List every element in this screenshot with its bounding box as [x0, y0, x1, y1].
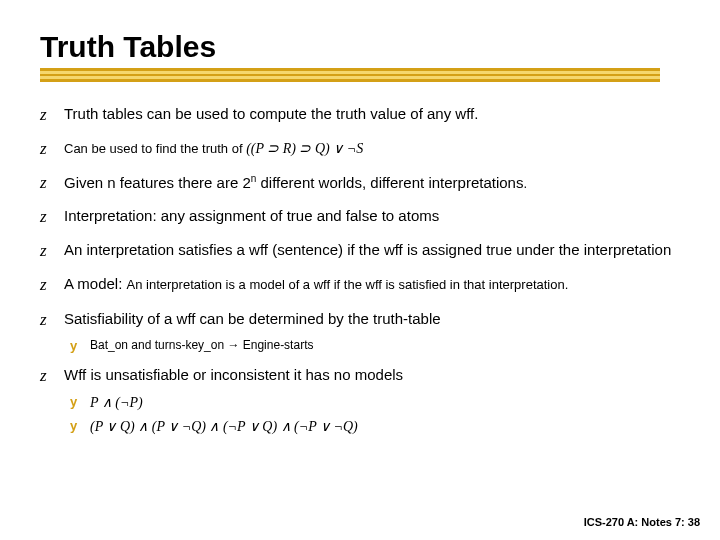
list-item: z Satisfiability of a wff can be determi… — [40, 309, 680, 331]
y-bullet-icon: y — [70, 337, 82, 355]
list-item: z Interpretation: any assignment of true… — [40, 206, 680, 228]
formula: ((P ⊃ R) ⊃ Q) ∨ ¬S — [246, 141, 363, 156]
z-bullet-icon: z — [40, 104, 54, 126]
item-text: A model: An interpretation is a model of… — [64, 274, 680, 294]
z-bullet-icon: z — [40, 206, 54, 228]
formula: (P ∨ Q) ∧ (P ∨ ¬Q) ∧ (¬P ∨ Q) ∧ (¬P ∨ ¬Q… — [90, 417, 358, 437]
item-suffix: . — [523, 176, 527, 191]
item-text: Wff is unsatisfiable or inconsistent it … — [64, 365, 680, 385]
sub-text: Bat_on and turns-key_on → Engine-starts — [90, 337, 313, 354]
sub-item: y Bat_on and turns-key_on → Engine-start… — [70, 337, 680, 355]
z-bullet-icon: z — [40, 309, 54, 331]
list-item: z A model: An interpretation is a model … — [40, 274, 680, 296]
item-text: Given n features there are 2n different … — [64, 172, 680, 193]
list-item: z Can be used to find the truth of ((P ⊃… — [40, 138, 680, 160]
y-bullet-icon: y — [70, 393, 82, 411]
z-bullet-icon: z — [40, 240, 54, 262]
item-text: Truth tables can be used to compute the … — [64, 104, 680, 124]
title-underline — [40, 68, 660, 82]
z-bullet-icon: z — [40, 138, 54, 160]
item-text: Satisfiability of a wff can be determine… — [64, 309, 680, 329]
item-html: Given n features there are 2n different … — [64, 174, 523, 191]
item-text: Interpretation: any assignment of true a… — [64, 206, 680, 226]
list-item: z Truth tables can be used to compute th… — [40, 104, 680, 126]
bullet-list: z Truth tables can be used to compute th… — [40, 104, 680, 436]
y-bullet-icon: y — [70, 417, 82, 435]
item-text: Can be used to find the truth of ((P ⊃ R… — [64, 138, 680, 158]
item-text: An interpretation satisfies a wff (sente… — [64, 240, 680, 260]
item-strong: A model: — [64, 275, 127, 292]
z-bullet-icon: z — [40, 365, 54, 387]
list-item: z Given n features there are 2n differen… — [40, 172, 680, 194]
slide-title: Truth Tables — [40, 30, 680, 64]
formula: P ∧ (¬P) — [90, 393, 143, 413]
z-bullet-icon: z — [40, 172, 54, 194]
footer-text: ICS-270 A: Notes 7: 38 — [584, 516, 700, 528]
sub-item: y (P ∨ Q) ∧ (P ∨ ¬Q) ∧ (¬P ∨ Q) ∧ (¬P ∨ … — [70, 417, 680, 437]
z-bullet-icon: z — [40, 274, 54, 296]
sub-list: y P ∧ (¬P) y (P ∨ Q) ∧ (P ∨ ¬Q) ∧ (¬P ∨ … — [70, 393, 680, 436]
sub-item: y P ∧ (¬P) — [70, 393, 680, 413]
list-item: z Wff is unsatisfiable or inconsistent i… — [40, 365, 680, 387]
item-prefix: Can be used to find the truth of — [64, 141, 246, 156]
item-rest: An interpretation is a model of a wff if… — [127, 277, 569, 292]
list-item: z An interpretation satisfies a wff (sen… — [40, 240, 680, 262]
sub-list: y Bat_on and turns-key_on → Engine-start… — [70, 337, 680, 355]
